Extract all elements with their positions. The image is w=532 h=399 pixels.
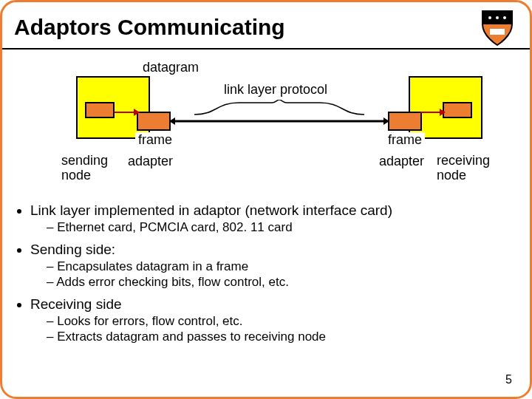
frame-right-label: frame <box>385 132 425 148</box>
sending-node-label: sending node <box>61 154 108 183</box>
diagram-area: datagram link layer protocol frame frame… <box>32 61 500 194</box>
bullet-2: Sending side: Encapsulates datagram in a… <box>30 241 518 290</box>
bullet-2-sub-2: Adds error checking bits, flow control, … <box>47 274 518 290</box>
datagram-label: datagram <box>143 60 199 75</box>
princeton-shield-logo <box>478 8 516 47</box>
page-number: 5 <box>505 373 512 386</box>
arrow-recv-icon <box>419 107 446 117</box>
bullet-3-text: Receiving side <box>30 296 122 312</box>
link-line-icon <box>169 116 389 126</box>
bullet-3: Receiving side Looks for errors, flow co… <box>30 296 518 344</box>
svg-marker-7 <box>440 109 446 116</box>
link-protocol-label: link layer protocol <box>224 82 327 98</box>
sending-adapter-box <box>137 112 171 131</box>
receiving-node-label: receiving node <box>437 154 490 183</box>
receiving-adapter-box <box>388 112 422 131</box>
arrow-send-icon <box>113 107 140 117</box>
bullet-2-sub-1: Encapsulates datagram in a frame <box>47 259 518 274</box>
bullet-3-sub-1: Looks for errors, flow control, etc. <box>47 313 518 329</box>
bullet-1: Link layer implemented in adaptor (netwo… <box>30 202 518 235</box>
frame-left-label: frame <box>135 132 175 148</box>
bullet-1-text: Link layer implemented in adaptor (netwo… <box>30 202 392 218</box>
adapter-right-label: adapter <box>379 154 424 169</box>
svg-marker-10 <box>383 117 389 125</box>
brace-icon <box>194 100 364 116</box>
slide-frame: Adaptors Communicating <box>0 0 532 399</box>
svg-marker-5 <box>134 109 140 116</box>
content-area: Link layer implemented in adaptor (netwo… <box>14 202 518 351</box>
title-text: Adaptors Communicating <box>14 15 285 40</box>
svg-point-2 <box>503 16 506 19</box>
title-underline <box>2 48 530 50</box>
page-title: Adaptors Communicating <box>14 10 518 45</box>
bullet-3-sub-2: Extracts datagram and passes to receivin… <box>47 329 518 344</box>
svg-point-1 <box>496 16 499 19</box>
bullet-1-sub-1: Ethernet card, PCMCIA card, 802. 11 card <box>47 219 518 235</box>
sending-inner-box <box>85 102 115 118</box>
svg-rect-3 <box>490 29 505 35</box>
bullet-2-text: Sending side: <box>30 242 115 257</box>
adapter-left-label: adapter <box>128 154 173 169</box>
svg-point-0 <box>488 16 491 19</box>
svg-marker-9 <box>169 117 175 125</box>
receiving-inner-box <box>443 102 472 118</box>
